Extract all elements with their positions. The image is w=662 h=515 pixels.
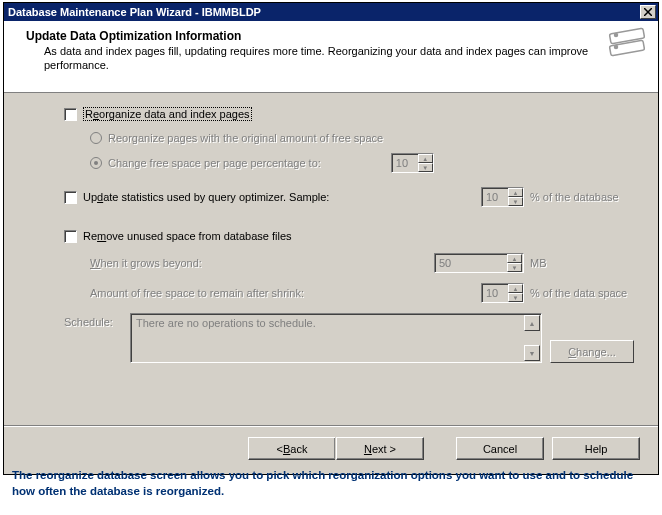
sample-pct-spinner: ▲▼ xyxy=(481,187,524,207)
spinner-up-icon: ▲ xyxy=(418,154,433,163)
change-button: Change... xyxy=(550,340,634,363)
free-space-pct-spinner: ▲▼ xyxy=(391,153,434,173)
scroll-down-icon: ▼ xyxy=(524,345,540,361)
header-panel: Update Data Optimization Information As … xyxy=(4,21,658,93)
server-icon xyxy=(602,25,652,65)
reorganize-label[interactable]: Reorganize data and index pages xyxy=(83,107,252,121)
remain-pct-input xyxy=(482,284,508,302)
close-button[interactable] xyxy=(640,5,656,19)
schedule-textarea: There are no operations to schedule. ▲ ▼ xyxy=(130,313,542,363)
reorg-radio-change xyxy=(90,157,102,169)
cancel-button[interactable]: Cancel xyxy=(456,437,544,460)
page-description: As data and index pages fill, updating r… xyxy=(44,45,634,73)
spinner-up-icon: ▲ xyxy=(508,188,523,197)
remove-space-checkbox[interactable] xyxy=(64,230,77,243)
titlebar: Database Maintenance Plan Wizard - IBMMB… xyxy=(4,3,658,21)
svg-point-3 xyxy=(615,46,618,49)
update-stats-row: Update statistics used by query optimize… xyxy=(64,187,640,207)
grows-beyond-row: When it grows beyond: ▲▼ MB xyxy=(90,253,640,273)
reorg-option-original-row: Reorganize pages with the original amoun… xyxy=(90,129,640,147)
svg-point-2 xyxy=(615,34,618,37)
help-button[interactable]: Help xyxy=(552,437,640,460)
grows-beyond-input xyxy=(435,254,507,272)
reorganize-checkbox[interactable] xyxy=(64,108,77,121)
wizard-window: Database Maintenance Plan Wizard - IBMMB… xyxy=(3,2,659,475)
spinner-down-icon: ▼ xyxy=(507,263,522,272)
back-button[interactable]: < Back xyxy=(248,437,336,460)
spinner-up-icon: ▲ xyxy=(508,284,523,293)
figure-caption: The reorganize database screen allows yo… xyxy=(12,468,648,499)
reorg-option-original-label: Reorganize pages with the original amoun… xyxy=(108,132,383,144)
next-button[interactable]: Next > xyxy=(336,437,424,460)
update-stats-checkbox[interactable] xyxy=(64,191,77,204)
reorg-option-change-row: Change free space per page percentage to… xyxy=(90,153,640,173)
spinner-down-icon: ▼ xyxy=(418,163,433,172)
sample-pct-input xyxy=(482,188,508,206)
schedule-text: There are no operations to schedule. xyxy=(136,317,316,329)
grows-beyond-label: When it grows beyond: xyxy=(90,257,202,269)
grows-beyond-spinner: ▲▼ xyxy=(434,253,524,273)
body-panel: Reorganize data and index pages Reorgani… xyxy=(4,93,658,421)
schedule-scrollbar: ▲ ▼ xyxy=(524,315,540,361)
remove-space-label[interactable]: Remove unused space from database files xyxy=(83,230,292,242)
remain-pct-suffix: % of the data space xyxy=(530,287,640,299)
free-space-pct-input xyxy=(392,154,418,172)
schedule-row: Schedule: There are no operations to sch… xyxy=(64,313,640,363)
remove-space-row: Remove unused space from database files xyxy=(64,227,640,245)
update-stats-label[interactable]: Update statistics used by query optimize… xyxy=(83,191,329,203)
schedule-label: Schedule: xyxy=(64,313,130,328)
remain-after-shrink-row: Amount of free space to remain after shr… xyxy=(90,283,640,303)
sample-pct-suffix: % of the database xyxy=(530,191,640,203)
grows-beyond-unit: MB xyxy=(530,257,640,269)
window-title: Database Maintenance Plan Wizard - IBMMB… xyxy=(8,6,640,18)
remain-pct-spinner: ▲▼ xyxy=(481,283,524,303)
reorg-option-change-label: Change free space per page percentage to… xyxy=(108,157,321,169)
spinner-down-icon: ▼ xyxy=(508,197,523,206)
remain-after-shrink-label: Amount of free space to remain after shr… xyxy=(90,287,304,299)
spinner-up-icon: ▲ xyxy=(507,254,522,263)
page-title: Update Data Optimization Information xyxy=(26,29,644,43)
divider xyxy=(4,425,658,427)
spinner-down-icon: ▼ xyxy=(508,293,523,302)
scroll-up-icon: ▲ xyxy=(524,315,540,331)
reorganize-row: Reorganize data and index pages xyxy=(64,105,640,123)
reorg-radio-original xyxy=(90,132,102,144)
